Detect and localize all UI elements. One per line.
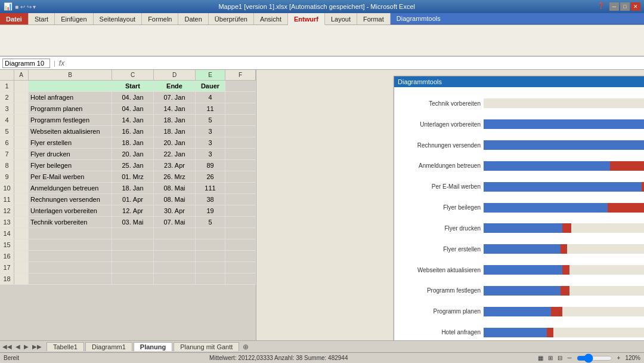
cell-e[interactable]: 11 [196,103,225,114]
cell-b[interactable]: Technik vorbereiten [29,217,112,227]
cell-c[interactable]: 01. Mrz [112,171,154,182]
tab-start[interactable]: Start [29,13,55,24]
cell-d[interactable] [154,262,196,273]
cell-b[interactable]: Flyer beilegen [29,160,112,171]
cell-f[interactable] [225,149,256,159]
cell-b[interactable] [29,239,112,250]
name-box[interactable]: Diagramm 10 [2,59,50,68]
zoom-slider[interactable] [577,355,612,362]
cell-f[interactable] [225,262,256,273]
cell-c[interactable]: 18. Jan [112,137,154,148]
cell-d[interactable] [154,273,196,284]
cell-e[interactable] [196,251,225,262]
cell-a[interactable] [14,149,29,159]
cell-f[interactable] [225,92,256,103]
cell-c[interactable] [112,273,154,284]
cell-a[interactable] [14,251,29,262]
view-page-icon[interactable]: ⊟ [558,355,562,361]
cell-b[interactable]: Per E-Mail werben [29,171,112,182]
col-header-b[interactable]: B [29,70,112,80]
cell-e[interactable]: 5 [196,115,225,125]
cell-d[interactable]: 23. Apr [154,160,196,171]
cell-c[interactable]: 25. Jan [112,160,154,171]
cell-d[interactable]: 08. Mai [154,194,196,205]
cell-c[interactable]: 01. Apr [112,194,154,205]
minimize-button[interactable]: ─ [609,2,619,11]
cell-a[interactable] [14,194,29,205]
cell-a[interactable] [14,171,29,182]
cell-f[interactable] [225,217,256,227]
view-layout-icon[interactable]: ⊞ [548,355,553,361]
cell-d[interactable]: 18. Jan [154,115,196,125]
sheet-insert-icon[interactable]: ⊕ [243,343,249,351]
cell-b[interactable]: Programm planen [29,103,112,114]
cell-1a[interactable] [14,81,29,91]
cell-c[interactable]: 03. Mai [112,217,154,227]
cell-c[interactable]: 14. Jan [112,115,154,125]
cell-a[interactable] [14,103,29,114]
cell-e[interactable]: 19 [196,205,225,216]
cell-d[interactable]: 14. Jan [154,103,196,114]
cell-d[interactable]: 20. Jan [154,137,196,148]
sheet-tab-tabelle1[interactable]: Tabelle1 [47,342,84,351]
sheet-nav-left[interactable]: ◀◀ [2,343,12,350]
tab-daten[interactable]: Daten [178,13,208,24]
cell-f[interactable] [225,194,256,205]
cell-b[interactable] [29,273,112,284]
cell-1d[interactable]: Ende [154,81,196,91]
cell-f[interactable] [225,183,256,193]
cell-c[interactable]: 20. Jan [112,149,154,159]
cell-a[interactable] [14,126,29,137]
sheet-tab-planung-gantt[interactable]: Planung mit Gantt [174,342,239,351]
view-normal-icon[interactable]: ▦ [538,355,543,361]
cell-b[interactable]: Anmeldungen betreuen [29,183,112,193]
cell-a[interactable] [14,262,29,273]
cell-e[interactable]: 4 [196,92,225,103]
cell-c[interactable]: 16. Jan [112,126,154,137]
cell-e[interactable]: 89 [196,160,225,171]
cell-1e[interactable]: Dauer [196,81,225,91]
cell-f[interactable] [225,103,256,114]
cell-b[interactable] [29,228,112,239]
cell-c[interactable]: 18. Jan [112,183,154,193]
sheet-nav-prev[interactable]: ◀ [16,343,20,350]
cell-d[interactable]: 07. Jan [154,92,196,103]
cell-e[interactable]: 3 [196,149,225,159]
cell-f[interactable] [225,160,256,171]
col-header-c[interactable]: C [112,70,154,80]
tab-layout[interactable]: Layout [325,13,357,24]
cell-b[interactable]: Hotel anfragen [29,92,112,103]
tab-ueberpruefen[interactable]: Überprüfen [209,13,254,24]
cell-e[interactable]: 3 [196,126,225,137]
cell-d[interactable]: 07. Mai [154,217,196,227]
cell-f[interactable] [225,273,256,284]
cell-d[interactable] [154,239,196,250]
cell-e[interactable]: 26 [196,171,225,182]
cell-c[interactable]: 04. Jan [112,103,154,114]
cell-f[interactable] [225,115,256,125]
help-icon[interactable]: ❓ [597,2,605,11]
cell-e[interactable] [196,273,225,284]
cell-c[interactable] [112,228,154,239]
cell-b[interactable]: Flyer drucken [29,149,112,159]
zoom-out-button[interactable]: ─ [567,355,571,361]
cell-a[interactable] [14,137,29,148]
cell-1b[interactable] [29,81,112,91]
cell-e[interactable]: 3 [196,137,225,148]
zoom-in-button[interactable]: + [617,355,621,361]
cell-b[interactable]: Rechnungen versenden [29,194,112,205]
col-header-e[interactable]: E [196,70,225,80]
formula-input[interactable] [67,60,642,67]
maximize-button[interactable]: □ [620,2,630,11]
cell-d[interactable]: 18. Jan [154,126,196,137]
cell-d[interactable]: 08. Mai [154,183,196,193]
tab-ansicht[interactable]: Ansicht [254,13,288,24]
cell-a[interactable] [14,160,29,171]
tab-datei[interactable]: Datei [0,13,29,24]
close-button[interactable]: ✕ [631,2,640,11]
tab-seitenlayout[interactable]: Seitenlayout [94,13,143,24]
cell-d[interactable] [154,251,196,262]
cell-e[interactable] [196,228,225,239]
cell-e[interactable]: 38 [196,194,225,205]
cell-c[interactable] [112,251,154,262]
